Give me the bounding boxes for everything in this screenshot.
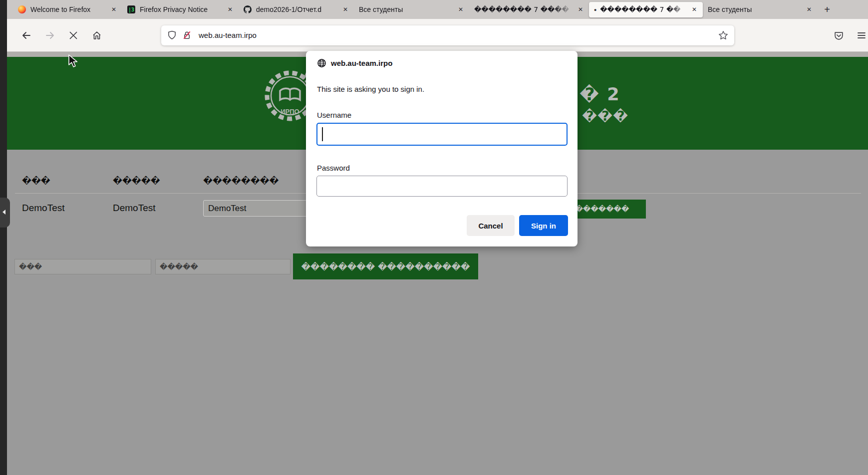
tab-title: Все студенты — [359, 5, 455, 13]
collapse-arrow-icon — [2, 210, 5, 215]
banner-title-fragment-2: ��� — [582, 108, 628, 124]
dialog-title: web.au-team.irpo — [317, 58, 392, 68]
tab-mojibake-7-active[interactable]: • �������� 7 �� ✕ — [589, 2, 703, 17]
unsaved-dot: • — [594, 5, 596, 14]
browser-window: Welcome to Firefox ✕ |3 Firefox Privacy … — [0, 0, 868, 475]
row-cell-group: DemoTest — [113, 203, 156, 214]
desktop-edge-strip — [0, 0, 7, 475]
row-cell-name: DemoTest — [22, 203, 65, 214]
stop-button[interactable] — [65, 27, 82, 44]
tab-bar: Welcome to Firefox ✕ |3 Firefox Privacy … — [7, 0, 868, 19]
close-icon[interactable]: ✕ — [455, 4, 466, 15]
close-icon[interactable]: ✕ — [689, 4, 700, 15]
table-header-col1: ��� — [22, 176, 50, 186]
tab-mojibake-7[interactable]: �������� 7 ���� ✕ — [469, 2, 589, 17]
url-bar[interactable]: web.au-team.irpo — [161, 25, 734, 45]
password-field[interactable] — [316, 176, 568, 197]
logo-caption: ИРПО — [281, 108, 299, 115]
cancel-button[interactable]: Cancel — [467, 215, 515, 236]
tab-github-report[interactable]: demo2026-1/Отчет.d ✕ — [239, 2, 354, 17]
form-submit-button[interactable]: �������� ���������� — [293, 253, 478, 279]
tab-firefox-privacy-notice[interactable]: |3 Firefox Privacy Notice ✕ — [122, 2, 239, 17]
home-button[interactable] — [88, 27, 105, 44]
banner-title-fragment-1: � 2 — [579, 84, 620, 104]
close-icon[interactable]: ✕ — [225, 4, 236, 15]
github-icon — [244, 5, 252, 13]
back-button[interactable] — [18, 27, 35, 44]
tab-all-students-2[interactable]: Все студенты ✕ — [703, 2, 818, 17]
new-tab-button[interactable]: + — [820, 2, 835, 17]
forward-button[interactable] — [41, 27, 58, 44]
firefox-icon — [18, 5, 26, 13]
dialog-site: web.au-team.irpo — [331, 59, 392, 67]
bookmark-star-icon[interactable] — [718, 30, 728, 40]
tab-title: �������� 7 ���� — [474, 5, 575, 13]
close-icon[interactable]: ✕ — [575, 4, 586, 15]
table-header-col3: �������� — [203, 176, 279, 186]
navigation-toolbar: web.au-team.irpo — [7, 19, 868, 52]
close-icon[interactable]: ✕ — [340, 4, 351, 15]
tab-title: �������� 7 �� — [600, 5, 689, 13]
tab-title: Firefox Privacy Notice — [140, 5, 225, 13]
close-icon[interactable]: ✕ — [804, 4, 815, 15]
privacy-notice-favicon-icon: |3 — [127, 5, 135, 13]
menu-hamburger-icon[interactable] — [852, 25, 868, 45]
sidebar-collapse-handle[interactable] — [0, 198, 10, 228]
username-field[interactable] — [316, 123, 568, 146]
insecure-lock-icon[interactable] — [182, 30, 192, 40]
http-auth-dialog: web.au-team.irpo This site is asking you… — [306, 51, 578, 246]
username-label: Username — [317, 111, 351, 119]
table-header-col2: ����� — [113, 176, 160, 186]
form-field-1[interactable] — [14, 259, 151, 274]
close-icon[interactable]: ✕ — [108, 4, 119, 15]
text-caret — [322, 127, 323, 141]
shield-permissions-icon[interactable] — [167, 30, 177, 40]
url-text[interactable]: web.au-team.irpo — [199, 31, 718, 39]
tab-title: Все студенты — [708, 5, 804, 13]
tab-all-students-1[interactable]: Все студенты ✕ — [354, 2, 469, 17]
tab-welcome-to-firefox[interactable]: Welcome to Firefox ✕ — [13, 2, 122, 17]
tab-title: Welcome to Firefox — [30, 5, 108, 13]
pocket-save-icon[interactable] — [829, 25, 849, 45]
sign-in-button[interactable]: Sign in — [519, 215, 568, 236]
form-field-2[interactable] — [155, 259, 290, 274]
tab-title: demo2026-1/Отчет.d — [256, 5, 340, 13]
password-label: Password — [317, 164, 350, 172]
globe-icon — [317, 58, 326, 68]
dialog-message: This site is asking you to sign in. — [317, 85, 424, 93]
